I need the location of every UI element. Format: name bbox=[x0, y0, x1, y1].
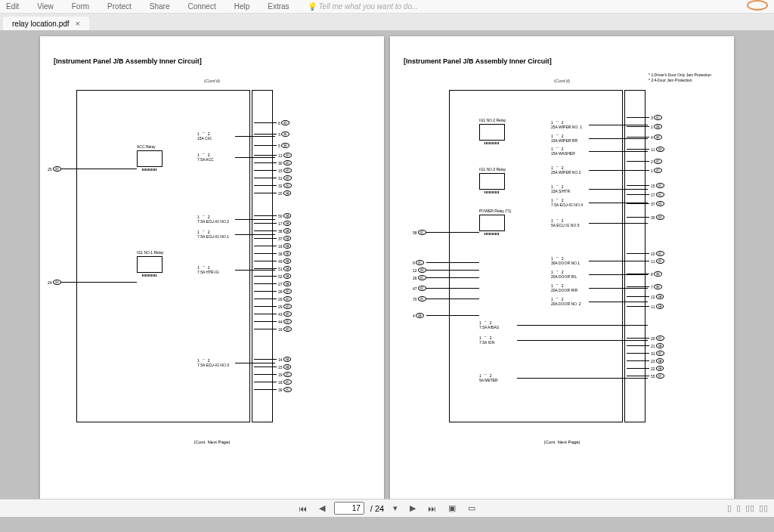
relay bbox=[479, 124, 505, 141]
menu-bar: Edit View Form Protect Share Connect Hel… bbox=[0, 0, 774, 14]
fuse: 15A WIPER RR bbox=[551, 134, 577, 143]
fuse: 7.5A ECU-IG NO.3 bbox=[197, 358, 229, 367]
connector-pin: 153D bbox=[278, 168, 292, 173]
connector-pin: 43A bbox=[413, 313, 424, 318]
connector-pin: 293D bbox=[278, 304, 292, 309]
relay bbox=[479, 215, 505, 231]
last-page-button[interactable]: ⏭ bbox=[425, 504, 439, 513]
connector-pin: 703C bbox=[413, 296, 426, 302]
connector-pin: 383A bbox=[278, 228, 291, 234]
first-page-button[interactable]: ⏮ bbox=[296, 504, 310, 513]
page-number-input[interactable] bbox=[334, 502, 364, 515]
fuse: 25A WIPER NO.2 bbox=[551, 165, 580, 175]
tab-label: relay location.pdf bbox=[12, 20, 70, 28]
connector-pin: 153A bbox=[278, 364, 291, 370]
connector-pin: 493A bbox=[278, 258, 291, 264]
connector-pin: 143A bbox=[278, 357, 291, 362]
fit-page-icon[interactable]: ▣ bbox=[445, 503, 459, 513]
jb-frame bbox=[76, 90, 250, 422]
single-page-icon[interactable]: ▯ bbox=[727, 503, 732, 513]
connector-pin: 323D bbox=[278, 183, 292, 188]
relay-label: IG1 NO.3 Relay bbox=[479, 167, 506, 172]
fit-width-icon[interactable]: ▭ bbox=[465, 503, 478, 513]
connector-pin: 33E bbox=[278, 131, 289, 137]
connector-pin: 263C bbox=[413, 275, 426, 280]
tell-me-search[interactable]: Tell me what you want to do... bbox=[308, 2, 419, 11]
relay-label: IG1 NO.1 Relay bbox=[137, 250, 163, 255]
fuse: 7.5A ECU-IG NO.1 bbox=[197, 230, 229, 239]
connector-pin: 373A bbox=[278, 236, 291, 241]
connector-pin: 583C bbox=[413, 230, 426, 235]
pdf-page-right: [Instrument Panel J/B Assembly Inner Cir… bbox=[390, 36, 734, 499]
relay bbox=[137, 150, 163, 167]
connector-pin: 553C bbox=[651, 373, 664, 379]
connector-pin: 113C bbox=[651, 258, 664, 264]
connector-pin: 203A bbox=[278, 190, 291, 196]
fuse: 15A WASHER bbox=[551, 147, 575, 156]
connector-pin: 253D bbox=[48, 166, 61, 172]
connector-pin: 73E bbox=[651, 284, 662, 289]
fuse: 7.5A A/BAG bbox=[479, 320, 499, 329]
connector-pin: 283D bbox=[278, 289, 292, 294]
connector-pin: 203C bbox=[651, 336, 664, 341]
connector-pin: 373D bbox=[651, 201, 664, 206]
connector-pin: 523A bbox=[278, 274, 291, 279]
close-icon[interactable]: × bbox=[76, 19, 80, 28]
connector-pin: 43E bbox=[651, 135, 662, 140]
connector-pin: 163D bbox=[278, 326, 292, 332]
connector-pin: 123A bbox=[651, 294, 664, 299]
connector-pin: 243D bbox=[48, 280, 61, 285]
connector-pin: 503A bbox=[278, 213, 291, 218]
fuse: 20A DOOR R/L bbox=[551, 270, 577, 279]
menu-extras[interactable]: Extras bbox=[268, 2, 289, 11]
continuous-icon[interactable]: ▯ bbox=[736, 503, 741, 513]
connector-pin: 133D bbox=[278, 153, 292, 158]
connector-pin: 163A bbox=[278, 243, 291, 249]
continuous-facing-icon[interactable]: ▯▯ bbox=[759, 503, 768, 513]
menu-help[interactable]: Help bbox=[234, 2, 250, 11]
fuse: 5A ECU IG NO.5 bbox=[551, 218, 580, 227]
connector-frame bbox=[624, 90, 646, 422]
fuse: 7.5A HTR-IG bbox=[197, 265, 219, 274]
connector-pin: 33C bbox=[651, 115, 662, 120]
view-controls: ▯ ▯ ▯▯ ▯▯ bbox=[727, 503, 768, 513]
connector-pin: 13A bbox=[651, 124, 662, 129]
brand-icon bbox=[747, 0, 768, 11]
connector-pin: 173C bbox=[651, 192, 664, 197]
page-total: / 24 bbox=[370, 504, 384, 513]
menu-connect[interactable]: Connect bbox=[187, 2, 215, 11]
fuse: 5A METER bbox=[479, 373, 498, 382]
page-footer: (Cont. Next Page) bbox=[404, 440, 720, 444]
pdf-viewer[interactable]: [Instrument Panel J/B Assembly Inner Cir… bbox=[0, 30, 774, 499]
page-title: [Instrument Panel J/B Assembly Inner Cir… bbox=[54, 57, 370, 65]
fuse: 15A S/HTR bbox=[551, 184, 570, 193]
prev-page-button[interactable]: ◀ bbox=[316, 503, 328, 513]
menu-edit[interactable]: Edit bbox=[6, 2, 19, 11]
relay bbox=[479, 173, 505, 190]
connector-pin: 63D bbox=[278, 120, 289, 125]
connector-pin: 223A bbox=[651, 366, 664, 371]
menu-view[interactable]: View bbox=[37, 2, 54, 11]
fuse: 15A CIG bbox=[197, 131, 212, 141]
jb-frame bbox=[449, 90, 623, 422]
menu-protect[interactable]: Protect bbox=[107, 2, 132, 11]
connector-pin: 173A bbox=[278, 221, 291, 226]
menu-form[interactable]: Form bbox=[72, 2, 89, 11]
connector-pin: 233A bbox=[651, 358, 664, 363]
fuse: 7.5A ECU-IG NO.4 bbox=[551, 198, 583, 207]
menu-share[interactable]: Share bbox=[150, 2, 170, 11]
connector-pin: 363E bbox=[278, 251, 291, 256]
document-tab[interactable]: relay location.pdf × bbox=[3, 17, 89, 30]
connector-pin: 183C bbox=[278, 379, 292, 385]
page-dropdown[interactable]: ▾ bbox=[390, 503, 401, 513]
connector-pin: 303D bbox=[278, 160, 292, 165]
next-page-button[interactable]: ▶ bbox=[407, 503, 419, 513]
connector-pin: 23C bbox=[651, 159, 662, 164]
connector-pin: 393C bbox=[278, 387, 292, 392]
connector-pin: 113A bbox=[651, 304, 664, 309]
fuse: 30A DOOR NO.1 bbox=[551, 256, 580, 265]
fuse: 7.5A ECU-IG NO.2 bbox=[197, 215, 229, 224]
facing-icon[interactable]: ▯▯ bbox=[745, 503, 754, 513]
connector-pin: 473C bbox=[413, 286, 426, 291]
relay bbox=[137, 256, 163, 273]
